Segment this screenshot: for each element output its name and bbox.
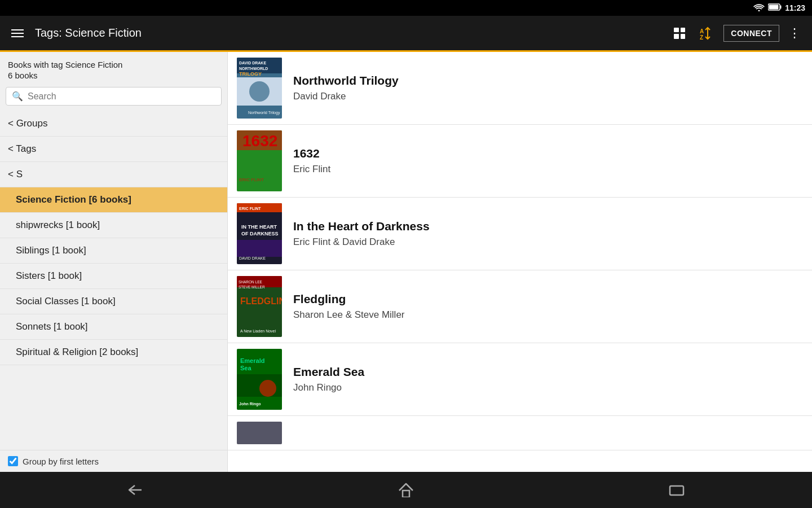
clock: 11:23 — [785, 3, 805, 12]
svg-text:NORTHWORLD: NORTHWORLD — [239, 67, 268, 71]
sidebar-item-science-fiction[interactable]: Science Fiction [6 books] — [0, 187, 227, 213]
svg-rect-3 — [769, 5, 779, 10]
sidebar-item-spiritual[interactable]: Spiritual & Religion [2 books] — [0, 340, 227, 365]
recents-button[interactable] — [651, 478, 702, 502]
back-button[interactable] — [110, 478, 161, 502]
group-by-row: Group by first letters — [0, 450, 227, 472]
menu-button[interactable] — [7, 25, 28, 42]
home-button[interactable] — [381, 477, 431, 503]
book-author: John Ringo — [293, 382, 803, 393]
book-cover — [237, 422, 282, 444]
sidebar-item-groups[interactable]: < Groups — [0, 111, 227, 137]
svg-text:DAVID DRAKE: DAVID DRAKE — [239, 61, 266, 65]
grid-view-button[interactable] — [669, 23, 690, 43]
book-cover: 1632 ERIC FLINT — [237, 130, 282, 191]
book-cover: SHARON LEE STEVE MILLER FLEDGLING A New … — [237, 276, 282, 337]
connect-button[interactable]: CONNECT — [723, 25, 779, 42]
book-title: Northworld Trilogy — [293, 74, 803, 87]
sidebar-nav: < Groups< Tags< SScience Fiction [6 book… — [0, 111, 227, 450]
sidebar-item-sisters[interactable]: Sisters [1 book] — [0, 264, 227, 289]
book-item[interactable]: SHARON LEE STEVE MILLER FLEDGLING A New … — [228, 270, 812, 343]
book-cover: ERIC FLINT IN THE HEART OF DARKNESS DAVI… — [237, 203, 282, 264]
svg-text:FLEDGLING: FLEDGLING — [240, 296, 282, 306]
sidebar-item-shipwrecks[interactable]: shipwrecks [1 book] — [0, 213, 227, 238]
svg-rect-18 — [237, 150, 282, 176]
svg-text:ERIC FLINT: ERIC FLINT — [239, 177, 264, 182]
battery-icon — [768, 3, 782, 12]
svg-text:Emerald: Emerald — [240, 357, 264, 364]
sidebar-book-count: 6 books — [8, 71, 219, 80]
svg-text:SHARON LEE: SHARON LEE — [239, 280, 263, 284]
book-item[interactable] — [228, 416, 812, 450]
menu-line-2 — [11, 33, 24, 34]
svg-rect-25 — [237, 240, 282, 257]
svg-text:John Ringo: John Ringo — [239, 402, 261, 406]
book-title: Emerald Sea — [293, 365, 803, 379]
svg-point-13 — [249, 81, 270, 102]
more-options-button[interactable]: ⋮ — [784, 21, 805, 45]
sidebar-item-social-classes[interactable]: Social Classes [1 book] — [0, 289, 227, 314]
book-cover: DAVID DRAKE NORTHWORLD TRILOGY Northworl… — [237, 58, 282, 119]
menu-line-1 — [11, 29, 24, 30]
svg-point-0 — [758, 10, 760, 11]
book-item[interactable]: Emerald Sea John Ringo Emerald SeaJohn R… — [228, 343, 812, 416]
book-author: Sharon Lee & Steve Miller — [293, 309, 803, 321]
svg-rect-39 — [237, 422, 282, 444]
svg-rect-2 — [780, 6, 782, 9]
book-title: Fledgling — [293, 292, 803, 306]
svg-text:Northworld Trilogy: Northworld Trilogy — [248, 111, 280, 115]
svg-text:TRILOGY: TRILOGY — [239, 71, 262, 77]
wifi-icon — [753, 3, 765, 13]
book-author: Eric Flint & David Drake — [293, 237, 803, 248]
book-item[interactable]: ERIC FLINT IN THE HEART OF DARKNESS DAVI… — [228, 198, 812, 270]
sidebar-item-sonnets[interactable]: Sonnets [1 book] — [0, 314, 227, 340]
book-author: Eric Flint — [293, 164, 803, 175]
book-info: Northworld TrilogyDavid Drake — [293, 74, 803, 102]
svg-rect-41 — [403, 491, 409, 497]
book-info: FledglingSharon Lee & Steve Miller — [293, 292, 803, 321]
search-input[interactable] — [28, 91, 215, 102]
svg-text:ERIC FLINT: ERIC FLINT — [239, 207, 261, 211]
svg-text:IN THE HEART: IN THE HEART — [241, 224, 277, 230]
book-list: DAVID DRAKE NORTHWORLD TRILOGY Northworl… — [228, 52, 812, 472]
sidebar-item-s[interactable]: < S — [0, 162, 227, 187]
group-by-checkbox[interactable] — [8, 456, 18, 466]
page-title: Tags: Science Fiction — [35, 27, 669, 40]
book-cover: Emerald Sea John Ringo — [237, 349, 282, 410]
grid-icon — [674, 28, 685, 39]
svg-point-37 — [259, 380, 276, 397]
book-info: Emerald SeaJohn Ringo — [293, 365, 803, 393]
sort-button[interactable]: A Z — [694, 21, 719, 46]
top-bar: Tags: Science Fiction A Z CONNECT ⋮ — [0, 16, 812, 52]
sidebar-item-siblings[interactable]: Siblings [1 book] — [0, 238, 227, 264]
svg-text:Z: Z — [700, 34, 703, 41]
book-item[interactable]: DAVID DRAKE NORTHWORLD TRILOGY Northworl… — [228, 52, 812, 125]
top-bar-actions: A Z CONNECT ⋮ — [669, 21, 805, 46]
svg-text:1632: 1632 — [242, 132, 277, 150]
status-bar: 11:23 — [0, 0, 812, 16]
book-author: David Drake — [293, 91, 803, 102]
svg-text:OF DARKNESS: OF DARKNESS — [241, 231, 279, 237]
menu-line-3 — [11, 36, 24, 37]
main-content: Books with tag Science Fiction 6 books 🔍… — [0, 52, 812, 472]
search-icon: 🔍 — [12, 91, 23, 102]
book-title: In the Heart of Darkness — [293, 220, 803, 233]
sidebar-item-tags[interactable]: < Tags — [0, 137, 227, 162]
search-bar[interactable]: 🔍 — [6, 87, 222, 106]
svg-text:A New Liaden Novel: A New Liaden Novel — [240, 329, 276, 333]
status-icons: 11:23 — [753, 3, 805, 13]
group-by-label: Group by first letters — [23, 457, 99, 466]
svg-text:STEVE MILLER: STEVE MILLER — [239, 285, 265, 289]
sidebar: Books with tag Science Fiction 6 books 🔍… — [0, 52, 228, 472]
book-title: 1632 — [293, 147, 803, 160]
bottom-nav — [0, 472, 812, 508]
book-item[interactable]: 1632 ERIC FLINT 1632Eric Flint — [228, 125, 812, 198]
svg-text:Sea: Sea — [240, 365, 251, 371]
book-info: In the Heart of DarknessEric Flint & Dav… — [293, 220, 803, 248]
svg-text:A: A — [700, 28, 704, 34]
svg-text:DAVID DRAKE: DAVID DRAKE — [239, 256, 266, 260]
book-info: 1632Eric Flint — [293, 147, 803, 175]
sidebar-header: Books with tag Science Fiction 6 books — [0, 52, 227, 82]
sidebar-header-title: Books with tag Science Fiction — [8, 59, 219, 71]
svg-rect-42 — [670, 486, 683, 495]
